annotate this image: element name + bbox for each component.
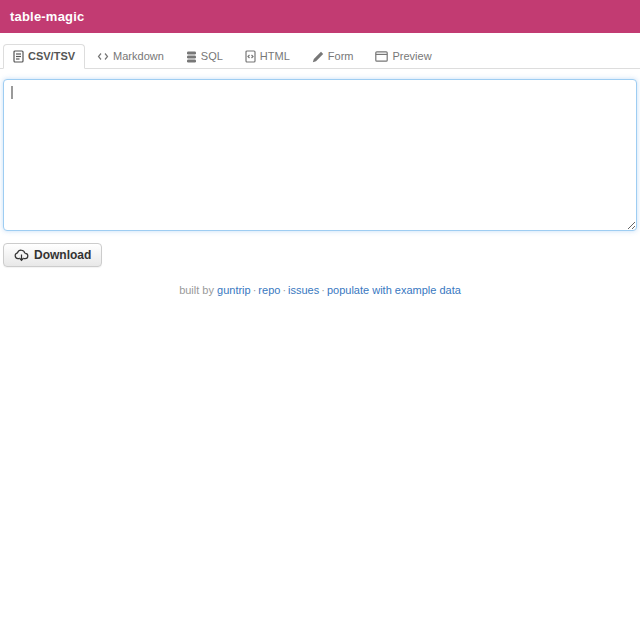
link-populate-example-data[interactable]: populate with example data	[327, 284, 461, 296]
footer-prefix: built by	[179, 284, 214, 296]
browser-icon	[375, 51, 388, 62]
tab-form[interactable]: Form	[302, 44, 364, 69]
footer-separator: ·	[253, 284, 257, 296]
csv-input-textarea[interactable]	[3, 79, 637, 231]
editor-area	[3, 79, 637, 231]
code-icon	[97, 51, 109, 62]
database-icon	[186, 51, 197, 63]
download-button[interactable]: Download	[3, 243, 102, 267]
download-button-label: Download	[34, 248, 91, 262]
app-header: table-magic	[0, 0, 640, 33]
link-issues[interactable]: issues	[288, 284, 319, 296]
tab-label: SQL	[201, 50, 223, 63]
footer-separator: ·	[282, 284, 286, 296]
app-title: table-magic	[10, 9, 84, 24]
tab-label: CSV/TSV	[28, 50, 75, 63]
footer: built by guntrip·repo·issues·populate wi…	[0, 284, 640, 296]
file-text-icon	[13, 50, 24, 63]
tab-bar: CSV/TSV Markdown SQL HT	[0, 44, 640, 69]
footer-separator: ·	[321, 284, 325, 296]
tab-preview[interactable]: Preview	[365, 44, 441, 69]
pencil-icon	[312, 51, 324, 63]
tab-label: Form	[328, 50, 354, 63]
link-repo[interactable]: repo	[258, 284, 280, 296]
tab-label: HTML	[260, 50, 290, 63]
tab-csv-tsv[interactable]: CSV/TSV	[3, 44, 85, 69]
tab-markdown[interactable]: Markdown	[87, 44, 174, 69]
file-code-icon	[245, 50, 256, 63]
tab-html[interactable]: HTML	[235, 44, 300, 69]
tab-sql[interactable]: SQL	[176, 44, 233, 69]
tab-label: Preview	[392, 50, 431, 63]
cloud-download-icon	[14, 249, 29, 262]
tab-label: Markdown	[113, 50, 164, 63]
link-guntrip[interactable]: guntrip	[217, 284, 251, 296]
button-row: Download	[3, 243, 637, 267]
